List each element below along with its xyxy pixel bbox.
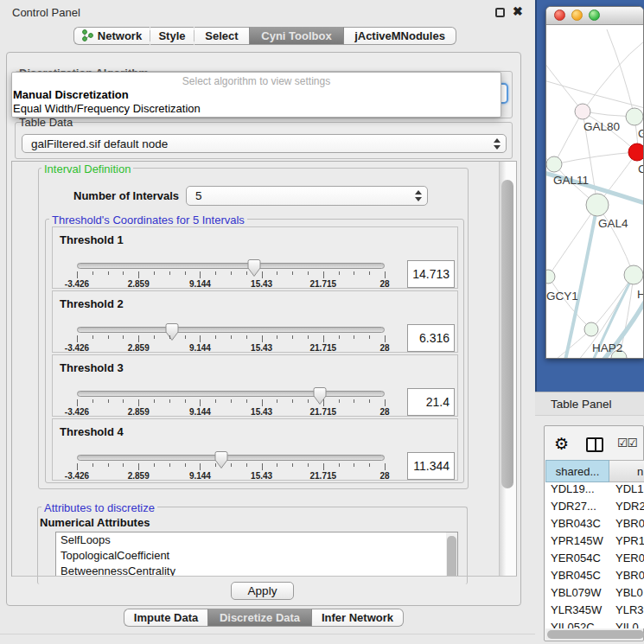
table-row[interactable]: YBL079WYBL0 <box>545 586 644 603</box>
slider-tick-labels: -3.4262.8599.14415.4321.71528 <box>77 279 385 290</box>
network-node[interactable] <box>624 265 643 284</box>
attribute-item[interactable]: SelfLoops <box>56 532 457 548</box>
table-row[interactable]: YLR345WYLR3 <box>545 603 644 621</box>
slider-track[interactable] <box>77 263 385 269</box>
column-header-shared-name[interactable]: shared... <box>545 460 609 482</box>
page-title: Control Panel <box>12 6 80 19</box>
node-label: H <box>637 288 643 301</box>
numerical-attributes-label: Numerical Attributes <box>40 516 150 529</box>
threshold-label: Threshold 4 <box>60 425 124 438</box>
node-label: GA <box>638 127 643 140</box>
vertical-scrollbar-thumb[interactable] <box>501 180 513 488</box>
table-row[interactable]: YDR27...YDR2 <box>545 500 644 517</box>
threshold-label: Threshold 1 <box>60 233 124 246</box>
tab-cyni-toolbox[interactable]: Cyni Toolbox <box>249 27 344 45</box>
network-node[interactable] <box>546 156 562 172</box>
network-canvas[interactable]: GAL80GACGAL11GAL4GCY1HHAP2 <box>546 25 643 358</box>
slider-track[interactable] <box>77 391 385 397</box>
threshold-value-field[interactable]: 6.316 <box>407 324 455 352</box>
zoom-traffic-light[interactable] <box>589 10 600 21</box>
threshold-value-field[interactable]: 21.4 <box>407 388 455 416</box>
node-label: GCY1 <box>546 290 578 303</box>
slider-track[interactable] <box>77 455 385 461</box>
dropdown-item-equal-width[interactable]: Equal Width/Frequency Discretization <box>13 102 201 115</box>
threshold-label: Threshold 2 <box>60 297 124 310</box>
select-columns-icon[interactable]: ☑☑ <box>617 436 637 450</box>
table-row[interactable]: YBR045CYBR0 <box>545 569 644 586</box>
table-row[interactable]: YIL052CYIL0 <box>545 621 644 628</box>
slider-tick-labels: -3.4262.8599.14415.4321.71528 <box>77 471 385 481</box>
tab-style[interactable]: Style <box>150 27 194 45</box>
attributes-group-title: Attributes to discretize <box>41 501 157 514</box>
table-row[interactable]: YPR145WYPR1 <box>545 534 644 552</box>
node-label: HAP2 <box>592 341 622 354</box>
number-of-intervals-label: Number of Intervals <box>73 189 179 202</box>
node-label: GAL11 <box>553 174 589 187</box>
threshold-value-field[interactable]: 11.344 <box>407 452 455 480</box>
attribute-item[interactable]: TopologicalCoefficient <box>56 548 457 564</box>
network-node[interactable] <box>546 270 555 284</box>
tab-network[interactable]: Network <box>73 27 150 45</box>
close-icon[interactable]: ✖ <box>513 4 523 18</box>
slider-ticks <box>77 399 385 406</box>
interval-definition-title: Interval Definition <box>41 163 133 175</box>
slider-ticks <box>77 335 385 342</box>
number-of-intervals-spinner[interactable]: 5 <box>186 186 428 206</box>
table-panel-title: Table Panel <box>551 398 612 411</box>
columns-icon[interactable] <box>586 437 603 452</box>
slider-ticks <box>77 271 385 278</box>
network-node[interactable] <box>626 108 643 125</box>
table-row[interactable]: YBR043CYBR0 <box>545 517 644 534</box>
node-table[interactable]: YDL19...YDL1YDR27...YDR2YBR043CYBR0YPR14… <box>545 482 644 628</box>
attributes-list[interactable]: SelfLoopsTopologicalCoefficientBetweenne… <box>55 532 458 577</box>
network-node[interactable] <box>586 194 609 216</box>
control-panel-tabs: Network Style Select Cyni Toolbox jActiv… <box>73 27 456 45</box>
slider-ticks <box>77 463 385 470</box>
network-node[interactable] <box>628 143 643 161</box>
threshold-value-field[interactable]: 14.713 <box>407 260 455 288</box>
horizontal-scrollbar-thumb[interactable] <box>547 630 644 639</box>
network-window-titlebar[interactable] <box>546 7 643 25</box>
slider-track[interactable] <box>77 327 385 333</box>
threshold-row: Threshold 4 -3.4262.8599.14415.4321.7152… <box>52 418 458 481</box>
apply-button[interactable]: Apply <box>231 582 294 600</box>
spinner-arrows-icon <box>415 187 422 205</box>
thresholds-group-title: Threshold's Coordinates for 5 Intervals <box>49 214 247 226</box>
table-data-title: Table Data <box>19 116 73 129</box>
tab-select[interactable]: Select <box>194 27 249 45</box>
float-window-icon[interactable] <box>495 8 505 17</box>
table-data-combobox[interactable]: galFiltered.sif default node <box>22 134 507 153</box>
tab-discretize-data[interactable]: Discretize Data <box>207 609 312 627</box>
tab-jactivemnodules[interactable]: jActiveMNodules <box>344 27 456 45</box>
dropdown-hint[interactable]: Select algorithm to view settings <box>11 75 501 87</box>
gear-icon[interactable]: ⚙ <box>554 434 569 454</box>
tab-infer-network[interactable]: Infer Network <box>312 609 404 627</box>
tab-impute-data[interactable]: Impute Data <box>124 609 207 627</box>
network-node[interactable] <box>584 322 598 336</box>
threshold-row: Threshold 2 -3.4262.8599.14415.4321.7152… <box>52 290 458 353</box>
table-row[interactable]: YER054CYER0 <box>545 552 644 569</box>
node-label: GAL4 <box>598 217 628 230</box>
minimize-traffic-light[interactable] <box>571 10 583 21</box>
table-row[interactable]: YDL19...YDL1 <box>545 482 644 500</box>
list-scrollbar-thumb[interactable] <box>447 536 456 577</box>
network-node[interactable] <box>575 104 590 119</box>
slider-tick-labels: -3.4262.8599.14415.4321.71528 <box>77 343 385 354</box>
threshold-row: Threshold 3 -3.4262.8599.14415.4321.7152… <box>52 354 458 417</box>
threshold-row: Threshold 1 -3.4262.8599.14415.4321.7152… <box>52 226 458 289</box>
attribute-item[interactable]: BetweennessCentrality <box>56 564 457 577</box>
combobox-arrows-icon <box>494 135 501 152</box>
dropdown-item-manual[interactable]: Manual Discretization <box>13 88 129 101</box>
node-label: C <box>638 163 643 175</box>
bottom-tabs: Impute Data Discretize Data Infer Networ… <box>124 609 404 628</box>
close-traffic-light[interactable] <box>554 10 565 21</box>
column-header-name[interactable]: n <box>609 460 644 482</box>
node-label: GAL80 <box>583 120 620 133</box>
threshold-label: Threshold 3 <box>60 361 124 374</box>
network-icon <box>82 29 93 42</box>
slider-tick-labels: -3.4262.8599.14415.4321.71528 <box>77 407 385 418</box>
